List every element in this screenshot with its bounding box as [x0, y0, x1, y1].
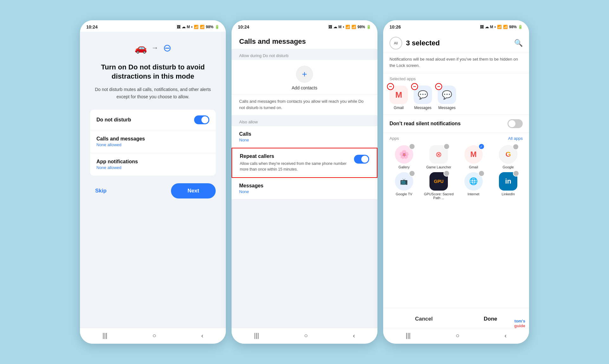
- dont-read-row: Don't read silent notifications: [383, 115, 529, 133]
- notif-desc: Notifications will be read aloud even if…: [383, 53, 529, 73]
- all-apps-link[interactable]: All apps: [508, 136, 523, 141]
- wifi-icon: 📶: [194, 25, 199, 29]
- app-notif-text: App notifications None allowed: [96, 159, 138, 170]
- status-bar-2: 10:24 🖼 ☁ M • 📶 📶 98% 🔋: [232, 20, 377, 32]
- app-game-launcher[interactable]: ⊗ Game Launcher: [423, 145, 455, 169]
- status-icons-2: 🖼 ☁ M • 📶 📶 98% 🔋: [328, 25, 371, 29]
- mail-icon-3: M: [490, 25, 493, 29]
- app-gallery[interactable]: 🌸 Gallery: [388, 145, 420, 169]
- messages2-icon-wrap: 💬 −: [438, 86, 456, 104]
- screen2-main: Calls and messages Allow during Do not d…: [232, 32, 377, 328]
- nav-home-2[interactable]: ○: [304, 332, 308, 339]
- wifi-icon-2: 📶: [345, 25, 350, 29]
- calls-messages-text: Calls and messages None allowed: [96, 136, 145, 147]
- screen3-main: All 3 selected 🔍 Notifications will be r…: [383, 32, 529, 328]
- repeat-callers-text: Repeat callers Allow calls when they're …: [240, 153, 350, 172]
- calls-messages-row[interactable]: Calls and messages None allowed: [90, 130, 216, 153]
- search-icon[interactable]: 🔍: [514, 39, 523, 47]
- phone-screen-1: 10:24 🖼 ☁ M • 📶 📶 98% 🔋 🚗 → ⊖ Turn on Do…: [80, 20, 226, 344]
- game-launcher-dot: [443, 143, 450, 150]
- dot-icon: •: [191, 25, 193, 29]
- dot-icon-2: •: [343, 25, 344, 29]
- nav-back[interactable]: ‹: [201, 332, 203, 339]
- nav-recent-2[interactable]: |||: [254, 332, 259, 339]
- status-bar-1: 10:24 🖼 ☁ M • 📶 📶 98% 🔋: [80, 20, 226, 32]
- internet-icon: 🌐: [464, 172, 483, 191]
- skip-button[interactable]: Skip: [90, 185, 112, 197]
- time-1: 10:24: [86, 24, 98, 29]
- cloud-icon-3: ☁: [485, 25, 489, 29]
- selected-app-messages2[interactable]: 💬 − Messages: [438, 86, 456, 110]
- repeat-callers-toggle[interactable]: [354, 155, 369, 164]
- app-notifications-row[interactable]: App notifications None allowed: [90, 153, 216, 176]
- app-linkedin[interactable]: in LinkedIn: [493, 172, 524, 200]
- add-contacts-button[interactable]: +: [296, 66, 313, 83]
- dot-icon-3: •: [494, 25, 496, 29]
- dont-read-toggle[interactable]: [508, 119, 523, 128]
- mail-icon-2: M: [338, 25, 342, 29]
- nav-home-3[interactable]: ○: [455, 332, 459, 339]
- bottom-buttons: Cancel Done: [383, 308, 529, 328]
- done-button[interactable]: Done: [474, 313, 507, 325]
- gmail-grid-icon: M ✓: [464, 145, 483, 164]
- all-circle-button[interactable]: All: [390, 37, 402, 49]
- screen1-desc: Do not disturb mutes all calls, notifica…: [90, 86, 216, 100]
- photo-icon-2: 🖼: [328, 25, 332, 29]
- remove-messages2-badge[interactable]: −: [435, 83, 442, 90]
- screen1-main: 🚗 → ⊖ Turn on Do not disturb to avoid di…: [80, 32, 226, 328]
- dnd-label: Do not disturb: [96, 117, 131, 123]
- selected-app-gmail[interactable]: M − Gmail: [390, 86, 408, 110]
- nav-bar-2: ||| ○ ‹: [232, 328, 377, 344]
- remove-messages-badge[interactable]: −: [411, 83, 418, 90]
- app-google-tv[interactable]: 📺 Google TV: [388, 172, 420, 200]
- selected-apps-label: Selected apps: [383, 73, 529, 82]
- linkedin-dot: [513, 170, 519, 177]
- messages-row[interactable]: Messages None: [232, 178, 377, 199]
- apps-grid: 🌸 Gallery ⊗ Game Launcher M ✓ Gmail: [383, 142, 529, 203]
- status-icons-3: 🖼 ☁ M • 📶 📶 98% 🔋: [480, 25, 523, 29]
- gmail-check-badge: ✓: [478, 143, 485, 150]
- dnd-toggle[interactable]: [194, 115, 209, 124]
- screen3-header: All 3 selected 🔍: [383, 32, 529, 53]
- nav-home[interactable]: ○: [152, 332, 156, 339]
- repeat-callers-row[interactable]: Repeat callers Allow calls when they're …: [232, 148, 377, 178]
- apps-section-header: Apps All apps: [383, 133, 529, 142]
- calls-row[interactable]: Calls None: [232, 126, 377, 148]
- messages2-icon: 💬: [442, 90, 452, 100]
- cloud-icon-2: ☁: [333, 25, 337, 29]
- nav-back-2[interactable]: ‹: [353, 332, 355, 339]
- remove-gmail-badge[interactable]: −: [387, 83, 394, 90]
- dnd-toggle-row[interactable]: Do not disturb: [90, 110, 216, 130]
- gpuscore-dot: [443, 170, 450, 177]
- gallery-icon: 🌸: [395, 145, 413, 164]
- googletv-dot: [409, 170, 415, 177]
- selected-apps-row: M − Gmail 💬 − Messages 💬 − Messages: [383, 82, 529, 115]
- battery-2: 98%: [357, 25, 365, 29]
- app-internet[interactable]: 🌐 Internet: [458, 172, 489, 200]
- next-button[interactable]: Next: [171, 183, 216, 198]
- app-gpuscore[interactable]: GPU GPUScore: Sacred Path ...: [423, 172, 455, 200]
- allow-during-label: Allow during Do not disturb: [232, 49, 377, 60]
- photo-icon-3: 🖼: [480, 25, 484, 29]
- app-google[interactable]: G Google: [493, 145, 524, 169]
- status-bar-3: 10:26 🖼 ☁ M • 📶 📶 98% 🔋: [383, 20, 529, 32]
- google-tv-icon: 📺: [395, 172, 413, 191]
- gpuscore-icon: GPU: [429, 172, 448, 191]
- cancel-button[interactable]: Cancel: [405, 313, 442, 325]
- nav-bar-1: ||| ○ ‹: [80, 328, 226, 344]
- gmail-icon-wrap: M −: [390, 86, 408, 104]
- gallery-dot: [409, 143, 415, 150]
- battery-1: 98%: [206, 25, 213, 29]
- nav-recent-3[interactable]: |||: [406, 332, 411, 339]
- gmail-icon: M: [395, 90, 402, 100]
- selected-app-messages[interactable]: 💬 − Messages: [414, 86, 432, 110]
- time-3: 10:26: [390, 24, 401, 29]
- screen1-buttons: Skip Next: [90, 176, 216, 204]
- toms-guide-watermark: tom'sguide: [514, 319, 525, 328]
- app-gmail-grid[interactable]: M ✓ Gmail: [458, 145, 489, 169]
- battery-3: 98%: [509, 25, 517, 29]
- nav-back-3[interactable]: ‹: [504, 332, 507, 339]
- nav-recent[interactable]: |||: [102, 332, 108, 339]
- wifi-icon-3: 📶: [497, 25, 502, 29]
- game-launcher-icon: ⊗: [429, 145, 448, 164]
